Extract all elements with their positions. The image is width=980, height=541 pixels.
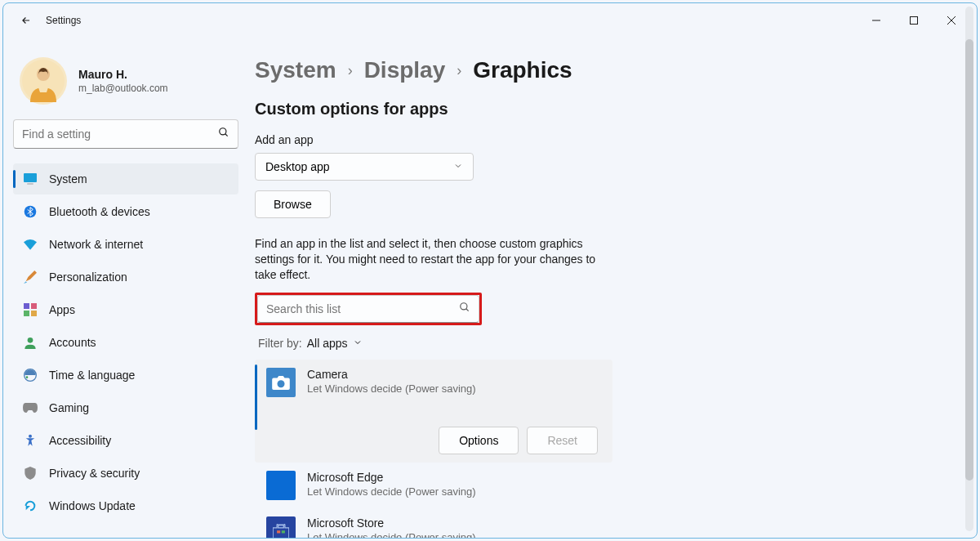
svg-rect-7	[27, 183, 33, 185]
svg-rect-12	[31, 311, 37, 316]
svg-line-18	[466, 308, 469, 311]
app-subtext: Let Windows decide (Power saving)	[307, 485, 476, 498]
shield-icon	[23, 466, 38, 481]
help-text: Find an app in the list and select it, t…	[255, 236, 598, 283]
app-name: Microsoft Store	[307, 516, 476, 530]
camera-app-icon	[266, 368, 296, 397]
svg-point-15	[26, 376, 29, 378]
search-icon	[218, 127, 229, 141]
find-setting-input[interactable]	[22, 127, 218, 141]
app-subtext: Let Windows decide (Power saving)	[307, 382, 476, 395]
svg-point-16	[29, 435, 32, 438]
sidebar-item-privacy[interactable]: Privacy & security	[13, 458, 238, 489]
app-row-edge[interactable]: Microsoft Edge Let Windows decide (Power…	[255, 463, 612, 508]
window-title: Settings	[46, 15, 81, 26]
nav-label: Bluetooth & devices	[49, 205, 150, 218]
titlebar: Settings	[3, 3, 977, 38]
svg-rect-6	[24, 173, 37, 182]
app-list: Camera Let Windows decide (Power saving)…	[255, 360, 612, 538]
bluetooth-icon	[23, 204, 38, 219]
sidebar-item-accounts[interactable]: Accounts	[13, 327, 238, 358]
nav-label: Privacy & security	[49, 467, 140, 480]
app-row-camera[interactable]: Camera Let Windows decide (Power saving)…	[255, 360, 612, 463]
find-setting-search[interactable]	[13, 119, 238, 149]
sidebar-item-gaming[interactable]: Gaming	[13, 392, 238, 423]
breadcrumb-system[interactable]: System	[255, 57, 336, 83]
sidebar-item-accessibility[interactable]: Accessibility	[13, 425, 238, 456]
back-button[interactable]	[13, 7, 39, 34]
app-name: Camera	[307, 368, 476, 381]
nav-label: Personalization	[49, 270, 127, 284]
app-type-dropdown[interactable]: Desktop app	[255, 153, 474, 181]
svg-rect-1	[911, 17, 918, 25]
svg-point-13	[28, 338, 33, 343]
filter-row[interactable]: Filter by: All apps	[258, 337, 931, 350]
sidebar-item-apps[interactable]: Apps	[13, 294, 238, 325]
svg-point-4	[220, 128, 226, 135]
breadcrumb-graphics: Graphics	[473, 57, 572, 83]
scrollbar[interactable]	[965, 7, 973, 531]
section-title: Custom options for apps	[255, 100, 931, 118]
app-name: Microsoft Edge	[307, 471, 476, 484]
nav-label: Windows Update	[49, 499, 136, 512]
app-subtext: Let Windows decide (Power saving)	[307, 531, 476, 538]
svg-rect-20	[277, 530, 280, 533]
sidebar-item-windows-update[interactable]: Windows Update	[13, 490, 238, 521]
add-app-label: Add an app	[255, 133, 931, 146]
profile-block[interactable]: Mauro H. m_lab@outlook.com	[13, 47, 238, 119]
profile-email: m_lab@outlook.com	[78, 83, 168, 94]
sidebar-item-bluetooth[interactable]: Bluetooth & devices	[13, 196, 238, 227]
browse-button[interactable]: Browse	[255, 190, 331, 218]
profile-name: Mauro H.	[78, 68, 168, 81]
chevron-down-icon	[453, 160, 463, 173]
edge-app-icon	[266, 471, 296, 500]
sidebar-item-time-language[interactable]: Time & language	[13, 360, 238, 391]
nav-label: Time & language	[49, 369, 135, 382]
update-icon	[23, 499, 38, 513]
avatar	[20, 57, 67, 105]
apps-icon	[23, 302, 38, 317]
filter-value: All apps	[307, 337, 348, 350]
sidebar: Mauro H. m_lab@outlook.com System Blueto…	[3, 38, 248, 538]
svg-rect-9	[24, 303, 29, 309]
reset-button: Reset	[527, 427, 598, 454]
nav-label: Network & internet	[49, 238, 143, 251]
nav-label: System	[49, 172, 87, 186]
person-icon	[23, 335, 38, 350]
nav-label: Apps	[49, 303, 75, 316]
chevron-right-icon: ›	[457, 62, 461, 79]
minimize-button[interactable]	[858, 7, 895, 34]
svg-rect-11	[24, 311, 29, 316]
system-icon	[23, 172, 38, 186]
nav-label: Accounts	[49, 336, 96, 349]
list-search-input[interactable]	[266, 302, 459, 315]
app-row-store[interactable]: Microsoft Store Let Windows decide (Powe…	[255, 508, 612, 538]
options-button[interactable]: Options	[439, 427, 519, 454]
scrollbar-thumb[interactable]	[965, 39, 973, 481]
maximize-button[interactable]	[895, 7, 933, 34]
nav-list: System Bluetooth & devices Network & int…	[13, 163, 238, 523]
nav-label: Gaming	[49, 401, 89, 414]
sidebar-item-system[interactable]: System	[13, 163, 238, 194]
main-pane: System › Display › Graphics Custom optio…	[248, 38, 977, 538]
breadcrumb-display[interactable]: Display	[364, 57, 446, 83]
accessibility-icon	[23, 433, 38, 448]
svg-point-17	[461, 302, 467, 309]
store-app-icon	[266, 516, 296, 538]
filter-label: Filter by:	[258, 337, 302, 350]
game-icon	[23, 400, 38, 415]
search-icon	[459, 302, 470, 316]
brush-icon	[23, 270, 38, 284]
search-highlight	[255, 293, 482, 325]
wifi-icon	[23, 237, 38, 252]
clock-icon	[23, 368, 38, 382]
svg-line-5	[225, 134, 228, 136]
sidebar-item-network[interactable]: Network & internet	[13, 229, 238, 260]
breadcrumb: System › Display › Graphics	[255, 57, 931, 83]
nav-label: Accessibility	[49, 434, 111, 447]
chevron-right-icon: ›	[348, 62, 353, 79]
dropdown-value: Desktop app	[265, 160, 330, 173]
sidebar-item-personalization[interactable]: Personalization	[13, 262, 238, 293]
list-search[interactable]	[257, 295, 479, 323]
svg-point-19	[278, 380, 285, 387]
